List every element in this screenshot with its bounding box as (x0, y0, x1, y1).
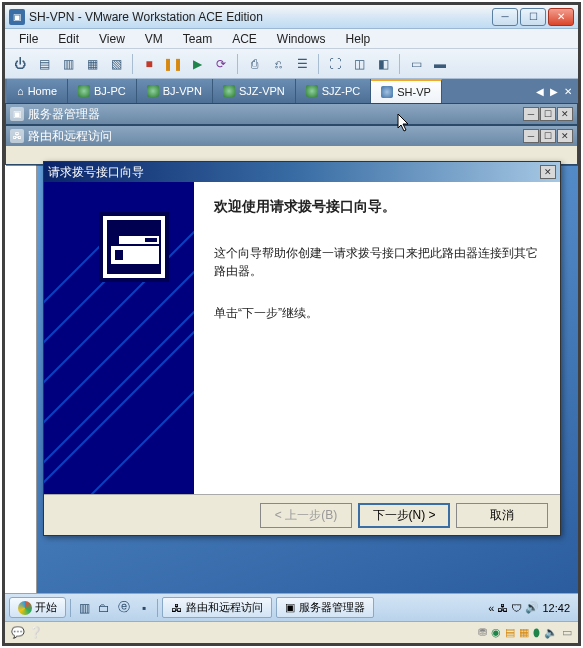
wizard-graphic-icon (44, 182, 194, 494)
separator (399, 54, 400, 74)
show-desktop-icon[interactable]: ▥ (75, 599, 93, 617)
menu-edit[interactable]: Edit (50, 31, 87, 47)
titlebar: ▣ SH-VPN - VMware Workstation ACE Editio… (5, 5, 578, 29)
mdi-maximize-button[interactable]: ☐ (540, 107, 556, 121)
wizard-button-row: < 上一步(B) 下一步(N) > 取消 (44, 494, 560, 536)
wizard-back-button: < 上一步(B) (260, 503, 352, 528)
snapshot-icon[interactable]: ⎙ (243, 53, 265, 75)
mdi-server-manager: ▣ 服务器管理器 ─ ☐ ✕ (5, 103, 578, 125)
guest-taskbar: 开始 ▥ 🗀 ⓔ ▪ 🖧 路由和远程访问 ▣ 服务器管理器 « 🖧 🛡 🔊 (5, 593, 578, 621)
rras-icon: 🖧 (10, 129, 24, 143)
wizard-close-button[interactable]: ✕ (540, 165, 556, 179)
mdi-close-button[interactable]: ✕ (557, 129, 573, 143)
wizard-instruction: 单击“下一步”继续。 (214, 304, 540, 322)
home-icon: ⌂ (17, 85, 24, 97)
taskbar-item-server-manager[interactable]: ▣ 服务器管理器 (276, 597, 374, 618)
snapshot-revert-icon[interactable]: ⎌ (267, 53, 289, 75)
mdi-maximize-button[interactable]: ☐ (540, 129, 556, 143)
close-button[interactable]: ✕ (548, 8, 574, 26)
menu-file[interactable]: File (11, 31, 46, 47)
pause-icon[interactable]: ❚❚ (162, 53, 184, 75)
cmd-icon[interactable]: ▪ (135, 599, 153, 617)
tab-close-icon[interactable]: ✕ (562, 84, 574, 99)
mdi-minimize-button[interactable]: ─ (523, 107, 539, 121)
mdi-title-text: 路由和远程访问 (28, 128, 112, 145)
tray-network-icon[interactable]: 🖧 (497, 602, 508, 614)
server-manager-icon: ▣ (10, 107, 24, 121)
tabbar: ⌂Home BJ-PC BJ-VPN SJZ-VPN SJZ-PC SH-VP … (5, 79, 578, 103)
vm-icon (223, 85, 235, 97)
start-button[interactable]: 开始 (9, 597, 66, 618)
tray-shield-icon[interactable]: 🛡 (511, 602, 522, 614)
menu-team[interactable]: Team (175, 31, 220, 47)
device-usb-icon[interactable]: ⬮ (533, 626, 540, 639)
wizard-heading: 欢迎使用请求拨号接口向导。 (214, 198, 540, 216)
message-icon[interactable]: 💬 (11, 626, 25, 639)
tab-sjz-pc[interactable]: SJZ-PC (296, 79, 372, 103)
tree-pane: 🖥 ⊟ (5, 103, 37, 593)
stop-icon[interactable]: ■ (138, 53, 160, 75)
play-icon[interactable]: ▶ (186, 53, 208, 75)
app-icon: ▣ (9, 9, 25, 25)
menu-windows[interactable]: Windows (269, 31, 334, 47)
vm-icon (381, 86, 393, 98)
mdi-close-button[interactable]: ✕ (557, 107, 573, 121)
wizard-content: 欢迎使用请求拨号接口向导。 这个向导帮助你创建一请求拨号接口来把此路由器连接到其… (194, 182, 560, 494)
wizard-description: 这个向导帮助你创建一请求拨号接口来把此路由器连接到其它路由器。 (214, 244, 540, 280)
menubar: File Edit View VM Team ACE Windows Help (5, 29, 578, 49)
menu-vm[interactable]: VM (137, 31, 171, 47)
device-floppy-icon[interactable]: ▤ (505, 626, 515, 639)
system-tray: « 🖧 🛡 🔊 12:42 (484, 601, 574, 614)
wizard-titlebar[interactable]: 请求拨号接口向导 ✕ (44, 162, 560, 182)
disk4-icon[interactable]: ▧ (105, 53, 127, 75)
toolbar: ⏻ ▤ ▥ ▦ ▧ ■ ❚❚ ▶ ⟳ ⎙ ⎌ ☰ ⛶ ◫ ◧ ▭ ▬ (5, 49, 578, 79)
device-hdd-icon[interactable]: ⛃ (478, 626, 487, 639)
mdi-minimize-button[interactable]: ─ (523, 129, 539, 143)
windows-orb-icon (18, 601, 32, 615)
guest-display: 🖥 ⊟ ▣ 服务器管理器 ─ ☐ ✕ 🖧 路由和远程访问 ─ (5, 103, 578, 621)
vm-icon (306, 85, 318, 97)
disk3-icon[interactable]: ▦ (81, 53, 103, 75)
maximize-button[interactable]: ☐ (520, 8, 546, 26)
taskbar-item-rras[interactable]: 🖧 路由和远程访问 (162, 597, 272, 618)
quickswitch-icon[interactable]: ◧ (372, 53, 394, 75)
menu-view[interactable]: View (91, 31, 133, 47)
wizard-cancel-button[interactable]: 取消 (456, 503, 548, 528)
tab-bj-vpn[interactable]: BJ-VPN (137, 79, 213, 103)
reset-icon[interactable]: ⟳ (210, 53, 232, 75)
tab-home[interactable]: ⌂Home (7, 79, 68, 103)
device-printer-icon[interactable]: ▭ (562, 626, 572, 639)
explorer-icon[interactable]: 🗀 (95, 599, 113, 617)
tab-bj-pc[interactable]: BJ-PC (68, 79, 137, 103)
wizard-next-button[interactable]: 下一步(N) > (358, 503, 450, 528)
svg-rect-6 (115, 250, 123, 260)
fullscreen-icon[interactable]: ⛶ (324, 53, 346, 75)
wizard-title: 请求拨号接口向导 (48, 164, 144, 181)
vm-icon (147, 85, 159, 97)
device-sound-icon[interactable]: 🔈 (544, 626, 558, 639)
unity-icon[interactable]: ◫ (348, 53, 370, 75)
tab-scroll-right-icon[interactable]: ▶ (548, 84, 560, 99)
mdi-rras: 🖧 路由和远程访问 ─ ☐ ✕ (5, 125, 578, 165)
ie-icon[interactable]: ⓔ (115, 599, 133, 617)
tray-chevron-icon[interactable]: « (488, 602, 494, 614)
disk2-icon[interactable]: ▥ (57, 53, 79, 75)
tray-volume-icon[interactable]: 🔊 (525, 601, 539, 614)
snapshot-manager-icon[interactable]: ☰ (291, 53, 313, 75)
power-off-icon[interactable]: ⏻ (9, 53, 31, 75)
server-manager-icon: ▣ (285, 601, 295, 614)
summary-icon[interactable]: ▭ (405, 53, 427, 75)
tab-scroll-left-icon[interactable]: ◀ (534, 84, 546, 99)
help-icon[interactable]: ❔ (29, 626, 43, 639)
device-cd-icon[interactable]: ◉ (491, 626, 501, 639)
separator (318, 54, 319, 74)
disk-icon[interactable]: ▤ (33, 53, 55, 75)
menu-help[interactable]: Help (338, 31, 379, 47)
tray-clock[interactable]: 12:42 (542, 602, 570, 614)
minimize-button[interactable]: ─ (492, 8, 518, 26)
console-icon[interactable]: ▬ (429, 53, 451, 75)
menu-ace[interactable]: ACE (224, 31, 265, 47)
tab-sh-vp[interactable]: SH-VP (371, 79, 442, 103)
device-nic-icon[interactable]: ▦ (519, 626, 529, 639)
tab-sjz-vpn[interactable]: SJZ-VPN (213, 79, 296, 103)
